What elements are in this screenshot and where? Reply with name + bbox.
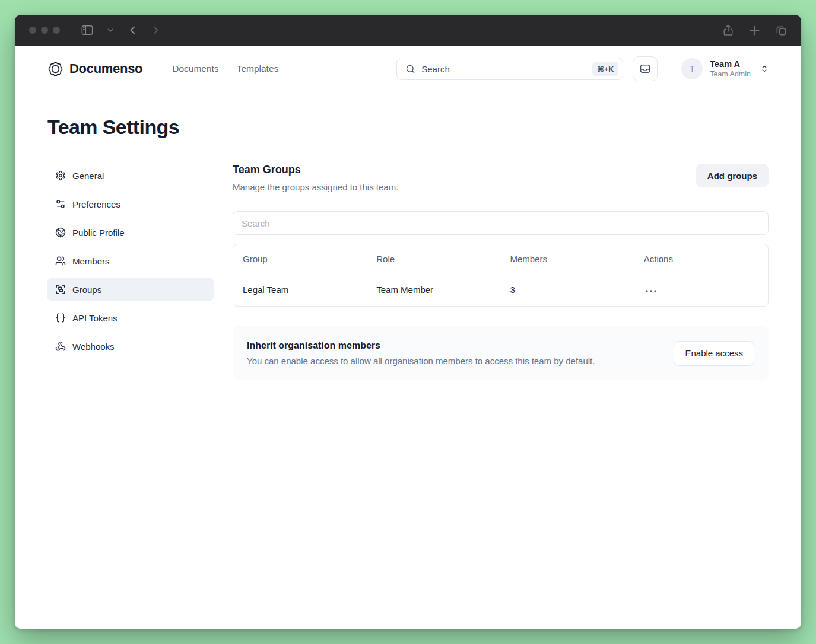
sidebar-item-preferences[interactable]: Preferences — [47, 192, 214, 216]
search-placeholder-label: Search — [421, 64, 450, 74]
cell-role: Team Member — [367, 273, 500, 307]
column-header-role: Role — [367, 244, 500, 273]
sidebar-toggle-icon[interactable] — [81, 25, 93, 36]
sidebar-item-label: Preferences — [72, 199, 120, 209]
avatar: T — [681, 58, 703, 79]
inbox-icon — [639, 63, 651, 75]
page-title: Team Settings — [47, 116, 769, 139]
groups-table: Group Role Members Actions Legal Team Te… — [233, 244, 768, 306]
cell-actions — [634, 273, 768, 307]
app-header: Documenso Documents Templates Search ⌘+K — [47, 49, 769, 88]
users-icon — [55, 256, 66, 266]
minimize-button[interactable] — [41, 27, 48, 34]
account-menu[interactable]: T Team A Team Admin — [681, 58, 769, 79]
sidebar-item-label: Public Profile — [72, 228, 125, 238]
sidebar-item-label: API Tokens — [72, 313, 118, 323]
groups-table-card: Group Role Members Actions Legal Team Te… — [233, 244, 769, 307]
sliders-icon — [55, 199, 66, 209]
gear-icon — [55, 170, 66, 181]
groups-search-input[interactable] — [233, 211, 769, 235]
enable-access-button[interactable]: Enable access — [674, 341, 754, 366]
primary-nav: Documents Templates — [172, 63, 278, 74]
column-header-actions: Actions — [634, 244, 768, 273]
groups-panel: Team Groups Manage the groups assigned t… — [233, 164, 769, 380]
sidebar-item-groups[interactable]: Groups — [47, 278, 214, 301]
sidebar-item-members[interactable]: Members — [47, 249, 214, 273]
browser-window: Documenso Documents Templates Search ⌘+K — [15, 15, 801, 629]
account-team-name: Team A — [710, 59, 751, 69]
search-icon — [405, 64, 415, 74]
table-row: Legal Team Team Member 3 — [233, 273, 768, 307]
inherit-title: Inherit organisation members — [247, 340, 595, 351]
inherit-description: You can enable access to allow all organ… — [247, 356, 595, 366]
cell-members: 3 — [501, 273, 634, 307]
globe-icon — [55, 227, 66, 238]
column-header-group: Group — [233, 244, 367, 273]
account-role: Team Admin — [710, 70, 751, 78]
section-title: Team Groups — [233, 164, 398, 176]
cell-group: Legal Team — [233, 273, 367, 307]
tab-overview-icon[interactable] — [776, 25, 787, 36]
sidebar-item-api-tokens[interactable]: API Tokens — [47, 306, 214, 330]
column-header-members: Members — [501, 244, 634, 273]
sidebar-item-general[interactable]: General — [47, 164, 214, 187]
chevron-down-icon[interactable] — [107, 27, 114, 34]
nav-templates[interactable]: Templates — [237, 63, 279, 74]
documenso-seal-icon — [47, 61, 63, 77]
ellipsis-icon — [645, 289, 657, 293]
group-frame-icon — [55, 284, 66, 295]
table-header-row: Group Role Members Actions — [233, 244, 768, 273]
add-groups-button[interactable]: Add groups — [696, 164, 769, 187]
sidebar-item-public-profile[interactable]: Public Profile — [47, 221, 214, 244]
window-titlebar — [15, 15, 801, 46]
nav-documents[interactable]: Documents — [172, 63, 218, 74]
section-header: Team Groups Manage the groups assigned t… — [233, 164, 769, 192]
settings-sidebar: General Preferences — [47, 164, 214, 358]
settings-layout: General Preferences — [47, 164, 769, 629]
sidebar-item-webhooks[interactable]: Webhooks — [47, 334, 214, 358]
inherit-members-card: Inherit organisation members You can ena… — [233, 326, 769, 380]
webhook-icon — [55, 341, 66, 352]
titlebar-divider — [100, 25, 100, 36]
section-description: Manage the groups assigned to this team. — [233, 182, 398, 192]
forward-icon[interactable] — [151, 25, 160, 35]
brand-home-link[interactable]: Documenso — [47, 61, 142, 77]
braces-icon — [55, 313, 66, 323]
new-tab-icon[interactable] — [750, 25, 760, 36]
inbox-button[interactable] — [633, 56, 658, 81]
sidebar-item-label: General — [72, 171, 104, 181]
app-content: Documenso Documents Templates Search ⌘+K — [15, 46, 801, 629]
sidebar-item-label: Members — [72, 256, 110, 266]
search-shortcut-badge: ⌘+K — [592, 62, 618, 76]
share-icon[interactable] — [723, 24, 734, 36]
traffic-lights — [29, 27, 60, 34]
zoom-button[interactable] — [53, 27, 60, 34]
close-button[interactable] — [29, 27, 36, 34]
row-actions-button[interactable] — [644, 288, 658, 294]
chevrons-up-down-icon — [760, 65, 769, 73]
sidebar-item-label: Webhooks — [72, 342, 115, 352]
global-search[interactable]: Search ⌘+K — [396, 58, 623, 80]
sidebar-item-label: Groups — [72, 285, 101, 295]
brand-name: Documenso — [69, 61, 142, 76]
back-icon[interactable] — [128, 25, 138, 35]
